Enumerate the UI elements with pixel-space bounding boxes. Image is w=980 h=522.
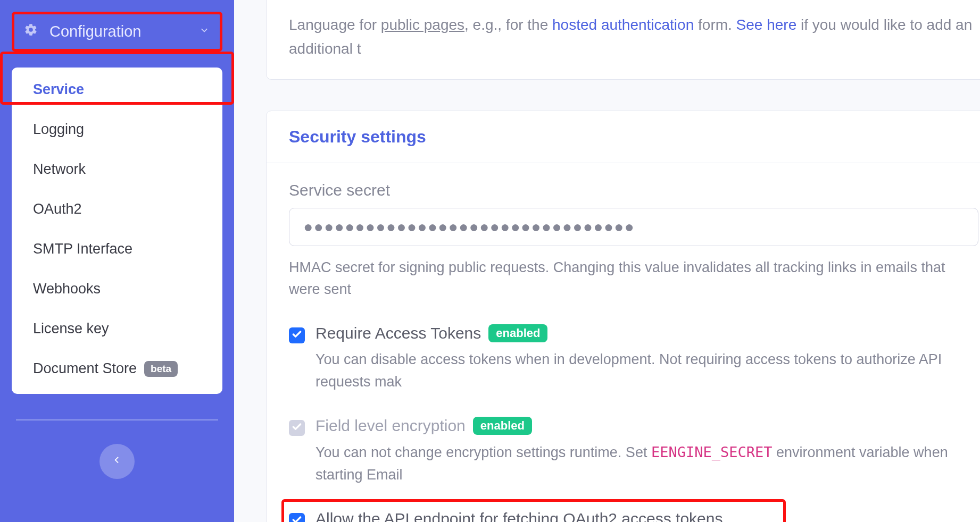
sidebar-item-license-key[interactable]: License key: [12, 309, 222, 349]
service-secret-input[interactable]: [289, 208, 978, 246]
sidebar-item-logging[interactable]: Logging: [12, 110, 222, 149]
sidebar-item-service[interactable]: Service: [12, 70, 222, 110]
checkmark-icon: [292, 515, 302, 522]
sidebar-item-label: Network: [33, 161, 86, 178]
language-help-text: Language for public pages, e.g., for the…: [289, 13, 978, 61]
checkmark-icon: [292, 329, 302, 342]
sidebar: Configuration Service Logging Network OA…: [0, 0, 234, 522]
sidebar-item-label: Service: [33, 81, 84, 98]
sidebar-item-label: License key: [33, 321, 109, 337]
main-content: Language for public pages, e.g., for the…: [234, 0, 980, 522]
field-level-encryption-label: Field level encryption: [315, 417, 466, 435]
chevron-left-icon: [111, 454, 123, 468]
sidebar-item-label: Document Store: [33, 360, 137, 377]
sidebar-item-label: OAuth2: [33, 201, 82, 217]
require-access-tokens-help: You can disable access tokens when in de…: [315, 349, 978, 393]
gear-icon: [24, 23, 38, 40]
security-settings-card: Security settings Service secret HMAC se…: [266, 111, 980, 522]
sidebar-item-smtp-interface[interactable]: SMTP Interface: [12, 229, 222, 269]
sidebar-divider: [16, 419, 218, 420]
service-secret-label: Service secret: [289, 181, 978, 199]
sidebar-section-label: Configuration: [49, 23, 198, 40]
sidebar-item-label: SMTP Interface: [33, 241, 132, 257]
sidebar-item-label: Logging: [33, 121, 84, 138]
sidebar-item-network[interactable]: Network: [12, 149, 222, 189]
sidebar-item-oauth2[interactable]: OAuth2: [12, 189, 222, 229]
language-card: Language for public pages, e.g., for the…: [266, 0, 980, 80]
env-var-code: EENGINE_SECRET: [651, 444, 773, 460]
enabled-badge: enabled: [488, 324, 547, 342]
sidebar-submenu: Service Logging Network OAuth2 SMTP Inte…: [12, 68, 222, 394]
hosted-authentication-link[interactable]: hosted authentication: [552, 16, 694, 33]
see-here-link[interactable]: See here: [736, 16, 797, 33]
field-level-encryption-help: You can not change encryption settings r…: [315, 441, 978, 486]
sidebar-item-document-store[interactable]: Document Store beta: [12, 349, 222, 389]
service-secret-help: HMAC secret for signing public requests.…: [289, 257, 978, 301]
checkmark-icon: [292, 422, 302, 434]
sidebar-collapse-button[interactable]: [99, 444, 135, 479]
chevron-down-icon: [198, 23, 210, 40]
sidebar-item-webhooks[interactable]: Webhooks: [12, 269, 222, 309]
beta-badge: beta: [144, 361, 178, 377]
allow-oauth2-api-label: Allow the API endpoint for fetching OAut…: [315, 510, 722, 522]
sidebar-section-configuration[interactable]: Configuration: [12, 12, 222, 52]
require-access-tokens-label: Require Access Tokens: [315, 324, 481, 342]
enabled-badge: enabled: [473, 417, 532, 435]
security-settings-title: Security settings: [289, 127, 978, 147]
sidebar-item-label: Webhooks: [33, 281, 101, 297]
require-access-tokens-checkbox[interactable]: [289, 327, 305, 343]
field-level-encryption-checkbox: [289, 420, 305, 436]
allow-oauth2-api-checkbox[interactable]: [289, 513, 305, 522]
